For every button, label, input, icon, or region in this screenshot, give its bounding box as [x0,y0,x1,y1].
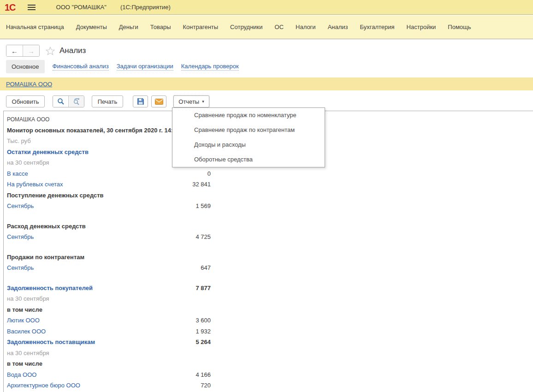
report-row: Сентябрь 1 569 [7,201,211,212]
tab[interactable]: Задачи организации [117,63,173,71]
menu-item[interactable]: Документы [76,24,107,30]
navigation-row: ← → Анализ [6,45,86,57]
report-row-label[interactable]: Сентябрь [7,264,201,271]
find-next-button[interactable] [68,96,84,107]
report-row-label[interactable]: На рублевых счетах [7,181,192,188]
report-row-value: 1 932 [195,328,211,335]
find-next-icon [73,98,80,105]
main-menu-bar: Начальная страница Документы Деньги Това… [0,15,533,39]
report-row [7,243,211,252]
save-button[interactable] [133,95,148,107]
window-title: ООО "РОМАШКА" [56,4,107,11]
report-row-value: 4 166 [195,371,211,378]
report-row-label: на 30 сентября [7,350,211,356]
print-button[interactable]: Печать [92,95,123,107]
report-row-value: 32 841 [192,181,211,188]
email-button[interactable] [151,95,166,107]
menu-item[interactable]: Налоги [296,24,316,30]
chevron-down-icon: ▾ [202,100,204,104]
menu-item[interactable]: Помощь [448,24,471,30]
menu-item[interactable]: Настройки [407,24,436,30]
tab[interactable]: Финансовый анализ [53,63,109,71]
history-buttons: ← → [6,45,40,57]
reports-button-label: Отчеты [178,98,199,105]
report-row: на 30 сентября [7,293,211,304]
report-row: Архитектурное бюро ООО 720 [7,380,211,391]
tab[interactable]: Основное [6,60,45,73]
report-row: Расход денежных средств [7,221,211,232]
reports-menu-item[interactable]: Сравнение продаж по контрагентам [172,123,325,137]
report-row: Лютик ООО 3 600 [7,315,211,326]
menu-item[interactable]: Деньги [119,24,138,30]
report-row-label[interactable]: Лютик ООО [7,317,195,324]
report-row: Василек ООО 1 932 [7,326,211,337]
report-row-label: в том числе [7,306,211,313]
menu-item[interactable]: Товары [150,24,171,30]
tabs-row: Основное Финансовый анализ Задачи органи… [6,60,239,73]
report-row [7,273,211,283]
menu-item[interactable]: Анализ [328,24,348,30]
reports-menu-item[interactable]: Сравнение продаж по номенклатуре [172,108,325,123]
report-row-label: Расход денежных средств [7,223,211,230]
report-row-value: 1 569 [195,202,211,209]
menu-item[interactable]: Начальная страница [6,24,64,30]
hamburger-menu-icon[interactable] [28,5,36,10]
reports-menu-item[interactable]: Оборотные средства [172,152,325,167]
report-row-label[interactable]: Задолженность покупателей [7,285,195,291]
menu-item[interactable]: Сотрудники [230,24,262,30]
report-row: Вода ООО 4 166 [7,369,211,380]
report-row: Сентябрь 647 [7,262,211,273]
report-row-label: в том числе [7,360,211,367]
report-row-value: 3 600 [195,317,211,324]
menu-item[interactable]: Контрагенты [183,24,219,30]
report-row [7,212,211,221]
search-icon [57,98,65,105]
report-row-label[interactable]: Задолженность поставщикам [7,339,195,345]
report-row-value: 647 [201,264,211,271]
report-row-value: 5 264 [195,339,211,345]
1c-logo-icon: 1С [5,3,16,12]
favorite-star-icon[interactable] [46,47,55,55]
back-button[interactable]: ← [6,45,23,56]
reports-dropdown-button[interactable]: Отчеты ▾ [173,95,209,107]
search-button-group [53,95,84,107]
report-row: на 30 сентября [7,348,211,359]
report-row: в том числе [7,304,211,315]
report-row-label[interactable]: Архитектурное бюро ООО [7,382,201,389]
report-row-label: на 30 сентября [7,295,211,302]
report-row: На рублевых счетах 32 841 [7,179,211,190]
report-row-label[interactable]: Василек ООО [7,328,195,335]
report-row-value: 7 877 [195,285,211,291]
report-row: Задолженность поставщикам 5 264 [7,337,211,348]
report-row: Поступление денежных средств [7,190,211,201]
title-bar: 1С ООО "РОМАШКА" (1С:Предприятие) [0,0,533,15]
menu-item[interactable]: Бухгалтерия [360,24,395,30]
report-row-label[interactable]: Сентябрь [7,202,195,209]
tab[interactable]: Календарь проверок [181,63,239,71]
report-row-label[interactable]: Сентябрь [7,233,195,240]
report-row-label[interactable]: В кассе [7,170,207,177]
report-row: Задолженность покупателей 7 877 [7,283,211,294]
report-row-value: 720 [201,382,211,389]
search-button[interactable] [53,96,68,107]
report-row-label[interactable]: Вода ООО [7,371,195,378]
refresh-button[interactable]: Обновить [6,95,45,107]
report-toolbar: Обновить Печать Отчеты ▾ [6,95,209,107]
window-subtitle: (1С:Предприятие) [120,4,171,11]
report-row-value: 0 [207,170,211,177]
save-icon [137,98,144,105]
report-row: Сентябрь 4 725 [7,232,211,243]
email-icon [155,99,163,105]
report-row-label: Поступление денежных средств [7,192,211,199]
page-title: Анализ [59,46,86,55]
organization-bar: РОМАШКА ООО [0,77,533,90]
app-window: 1С ООО "РОМАШКА" (1С:Предприятие) Началь… [0,0,533,392]
reports-dropdown-menu: Сравнение продаж по номенклатуре Сравнен… [172,107,325,167]
reports-menu-item[interactable]: Доходы и расходы [172,137,325,152]
report-row: В кассе 0 [7,168,211,179]
forward-button[interactable]: → [23,45,39,56]
report-row: в том числе [7,358,211,369]
report-row-label: Продажи по контрагентам [7,254,211,261]
menu-item[interactable]: ОС [275,24,284,30]
organization-link[interactable]: РОМАШКА ООО [6,81,52,88]
